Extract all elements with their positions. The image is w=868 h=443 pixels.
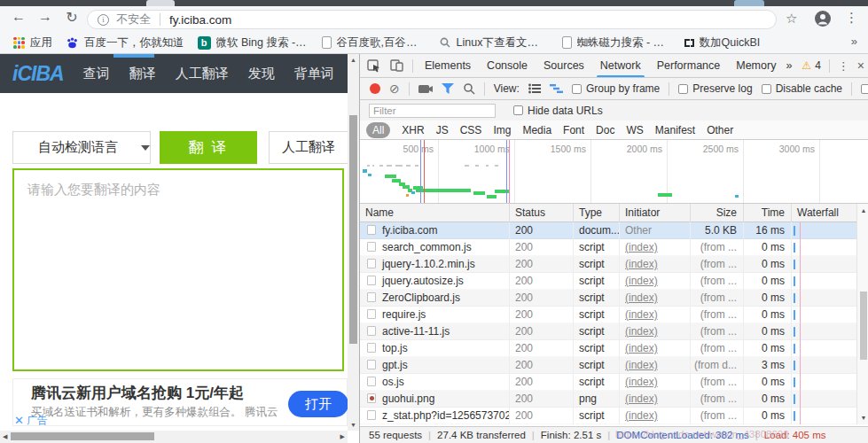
table-row[interactable]: ZeroClipboard.js200script(index)(from ..… — [360, 290, 856, 307]
preserve-log-checkbox[interactable]: Preserve log — [678, 82, 752, 95]
hide-data-urls-checkbox[interactable]: Hide data URLs — [513, 105, 603, 117]
scroll-down-icon[interactable]: ▼ — [348, 422, 359, 428]
network-overview-timeline[interactable]: 500 ms1000 ms1500 ms2000 ms2500 ms3000 m… — [360, 140, 868, 204]
filter-pill-xhr[interactable]: XHR — [402, 124, 424, 136]
table-row[interactable]: top.js200script(index)(from ...0 ms — [360, 340, 856, 357]
language-select[interactable]: 自动检测语言 — [12, 131, 151, 164]
table-row[interactable]: fy.iciba.com200docum...Other5.0 KB16 ms — [360, 222, 856, 239]
devtools-menu-icon[interactable]: ⋮ — [838, 59, 849, 73]
sidebar-item-nav-4[interactable]: 背单词 — [294, 66, 334, 82]
capture-screenshots-icon[interactable] — [418, 83, 433, 94]
request-name[interactable]: active-11-11.js — [360, 323, 509, 340]
profile-avatar-icon[interactable] — [814, 10, 832, 27]
request-initiator[interactable]: (index) — [619, 323, 690, 340]
filter-pill-all[interactable]: All — [366, 122, 390, 138]
bookmark-star-icon[interactable]: ☆ — [786, 11, 797, 27]
filter-pill-js[interactable]: JS — [436, 124, 449, 136]
scroll-left-icon[interactable]: ◀ — [3, 433, 7, 440]
request-initiator[interactable]: (index) — [619, 340, 690, 357]
request-name[interactable]: require.js — [360, 307, 509, 323]
site-logo[interactable]: iCIBA — [12, 62, 64, 86]
request-name[interactable]: jquery.autosize.js — [360, 273, 509, 290]
request-initiator[interactable]: (index) — [619, 357, 690, 374]
bookmark-gubaidu[interactable]: 谷百度歌,百谷歌度,b — [322, 35, 426, 51]
request-name[interactable]: fy.iciba.com — [360, 222, 509, 239]
ad-label[interactable]: 广告 — [27, 413, 48, 428]
sidebar-item-nav-0[interactable]: 查词 — [83, 66, 110, 82]
search-icon[interactable] — [463, 82, 475, 95]
bookmark-linux[interactable]: Linux下查看文件内容 — [439, 35, 549, 51]
table-row[interactable]: search_common.js200script(index)(from ..… — [360, 239, 856, 256]
disable-cache-checkbox[interactable]: Disable cache — [762, 82, 842, 95]
table-row[interactable]: os.js200script(index)(from ...0 ms — [360, 374, 856, 391]
filter-pill-font[interactable]: Font — [563, 124, 584, 136]
devtools-close-icon[interactable]: × — [857, 58, 864, 73]
address-bar[interactable]: i 不安全 fy.iciba.com — [87, 10, 777, 29]
device-toolbar-icon[interactable] — [390, 59, 403, 72]
request-initiator[interactable]: (index) — [619, 307, 690, 323]
back-icon[interactable]: ← — [9, 9, 28, 25]
bookmark-baidu[interactable]: 百度一下，你就知道 — [66, 35, 184, 51]
offline-checkbox[interactable]: Offline — [861, 82, 868, 95]
tab-sources[interactable]: Sources — [536, 54, 592, 78]
filter-pill-media[interactable]: Media — [522, 124, 551, 136]
request-initiator[interactable]: (index) — [619, 290, 690, 307]
clear-icon[interactable]: ⊘ — [389, 82, 400, 95]
filter-pill-ws[interactable]: WS — [626, 124, 643, 136]
browser-menu-icon[interactable]: ⋮ — [845, 10, 858, 26]
filter-pill-doc[interactable]: Doc — [596, 124, 614, 136]
scrollbar-thumb[interactable] — [349, 115, 357, 344]
table-row[interactable]: guohui.png200png(index)(from ...0 ms — [360, 391, 856, 408]
page-vertical-scrollbar[interactable]: ▲ ▼ — [348, 54, 359, 431]
bookmark-bing[interactable]: b 微软 Bing 搜索 - 国内 — [198, 35, 309, 51]
close-icon[interactable]: ✕ — [14, 414, 24, 427]
reload-icon[interactable]: ↻ — [62, 9, 82, 26]
table-row[interactable]: active-11-11.js200script(index)(from ...… — [360, 323, 856, 340]
info-icon[interactable]: i — [98, 14, 109, 26]
sidebar-item-nav-2[interactable]: 人工翻译 — [176, 66, 229, 82]
table-row[interactable]: z_stat.php?id=1256573702&w...200script(i… — [360, 408, 856, 424]
page-horizontal-scrollbar[interactable]: ◀ ▶ — [0, 431, 348, 443]
column-header-type[interactable]: Type — [573, 204, 619, 222]
request-name[interactable]: os.js — [360, 374, 509, 391]
request-initiator[interactable]: (index) — [619, 408, 690, 424]
devtools-scrollbar[interactable]: ▲ ▼ — [856, 204, 868, 424]
request-name[interactable]: gpt.js — [360, 357, 509, 374]
column-header-status[interactable]: Status — [509, 204, 573, 222]
column-header-initiator[interactable]: Initiator — [619, 204, 690, 222]
request-initiator[interactable]: (index) — [619, 273, 690, 290]
ad-open-button[interactable]: 打开 — [288, 391, 348, 417]
column-header-time[interactable]: Time — [743, 204, 791, 222]
bookmark-spider[interactable]: 蜘蛛磁力搜索 - 磁力 — [562, 35, 671, 51]
forward-icon[interactable]: → — [35, 9, 55, 25]
human-translate-button[interactable]: 人工翻译 — [269, 131, 348, 164]
filter-pill-img[interactable]: Img — [493, 124, 511, 136]
column-header-size[interactable]: Size — [690, 204, 743, 222]
bookmark-apps[interactable]: 应用 — [13, 35, 52, 51]
more-tabs-icon[interactable]: » — [784, 54, 794, 78]
scroll-up-icon[interactable]: ▲ — [348, 57, 359, 63]
tab-network[interactable]: Network — [592, 54, 649, 78]
filter-input[interactable] — [369, 104, 496, 118]
warning-icon[interactable]: ⚠ — [802, 59, 811, 72]
filter-funnel-icon[interactable] — [442, 83, 454, 94]
inspect-element-icon[interactable] — [367, 59, 381, 73]
request-name[interactable]: jquery-1.10.2.min.js — [360, 256, 509, 273]
record-icon[interactable] — [370, 83, 380, 94]
table-row[interactable]: jquery-1.10.2.min.js200script(index)(fro… — [360, 256, 856, 273]
scrollbar-thumb[interactable] — [860, 291, 867, 360]
scroll-down-icon[interactable]: ▼ — [857, 415, 868, 421]
request-initiator[interactable]: (index) — [619, 374, 690, 391]
tab-console[interactable]: Console — [479, 54, 536, 78]
request-name[interactable]: top.js — [360, 340, 509, 357]
request-initiator[interactable]: (index) — [619, 256, 690, 273]
column-header-name[interactable]: Name — [360, 204, 509, 222]
column-header-waterfall[interactable]: Waterfall — [791, 204, 856, 222]
request-initiator[interactable]: (index) — [619, 391, 690, 408]
list-view-icon[interactable] — [528, 83, 541, 94]
sidebar-item-nav-1[interactable]: 翻译 — [129, 66, 156, 82]
filter-pill-manifest[interactable]: Manifest — [655, 124, 695, 136]
table-row[interactable]: require.js200script(index)(from ...0 ms — [360, 307, 856, 323]
ad-banner[interactable]: 腾讯云新用户域名抢购 1元/年起 买域名送证书和解析，更有多种爆款组合。 腾讯云… — [12, 378, 348, 426]
request-name[interactable]: guohui.png — [360, 391, 509, 408]
